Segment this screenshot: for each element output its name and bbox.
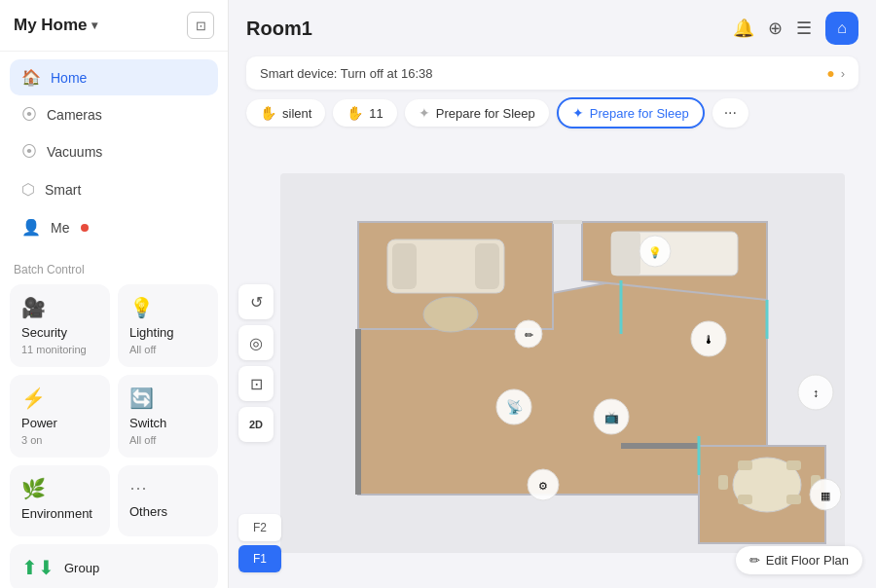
sleep1-icon: ✦: [419, 105, 430, 121]
security-card-name: Security: [21, 325, 98, 340]
batch-card-security[interactable]: 🎥 Security 11 monitoring: [10, 284, 110, 367]
sidebar-header: My Home ▾ ⊡: [0, 0, 228, 52]
smart-device-indicator: ●: [826, 65, 834, 81]
batch-grid: 🎥 Security 11 monitoring 💡 Lighting All …: [0, 280, 228, 544]
svg-text:💡: 💡: [648, 245, 662, 259]
scene-pill-sleep1[interactable]: ✦ Prepare for Sleep: [405, 99, 549, 127]
floor-f1-button[interactable]: F1: [238, 545, 281, 572]
batch-card-group[interactable]: ⬆⬇ Group: [10, 544, 218, 588]
svg-text:📺: 📺: [603, 410, 618, 424]
me-notification-dot: [81, 224, 89, 232]
environment-icon: 🌿: [21, 477, 98, 500]
switch-icon: 🔄: [129, 386, 206, 410]
scene-pill-sleep2[interactable]: ✦ Prepare for Sleep: [557, 97, 705, 129]
menu-button[interactable]: ☰: [796, 18, 812, 39]
edit-icon: ✏: [749, 553, 760, 568]
svg-text:✏: ✏: [524, 329, 533, 341]
smart-icon: ⬡: [21, 180, 35, 199]
page-title: Room1: [246, 18, 312, 40]
sidebar-item-smart-label: Smart: [45, 182, 81, 198]
sidebar-item-me[interactable]: 👤 Me: [10, 209, 218, 245]
sidebar-nav: 🏠 Home ⦿ Cameras ⦿ Vacuums ⬡ Smart 👤 Me: [0, 52, 228, 255]
left-toolbar: ↺ ◎ ⊡ 2D: [238, 284, 274, 442]
batch-card-others[interactable]: ⋯ Others: [118, 465, 218, 536]
svg-rect-21: [786, 495, 801, 504]
floor-buttons: F2 F1: [238, 514, 281, 572]
smart-device-bar[interactable]: Smart device: Turn off at 16:38 ● ›: [246, 56, 858, 90]
svg-point-14: [423, 297, 478, 332]
app-icon-button[interactable]: ⌂: [825, 12, 858, 45]
svg-rect-20: [738, 495, 752, 504]
scene-11-icon: ✋: [347, 105, 363, 121]
sleep2-icon: ✦: [572, 105, 584, 121]
lighting-icon: 💡: [129, 296, 206, 319]
scene-11-label: 11: [369, 106, 383, 121]
batch-card-lighting[interactable]: 💡 Lighting All off: [118, 284, 218, 367]
scene-pill-silent[interactable]: ✋ silent: [246, 99, 325, 127]
me-icon: 👤: [21, 218, 41, 237]
sidebar-item-cameras[interactable]: ⦿ Cameras: [10, 97, 218, 132]
svg-rect-13: [475, 243, 499, 289]
power-card-sub: 3 on: [21, 434, 98, 446]
batch-card-power[interactable]: ⚡ Power 3 on: [10, 375, 110, 458]
smart-device-right: ● ›: [826, 65, 845, 81]
2d-view-button[interactable]: 2D: [238, 407, 274, 442]
lighting-card-name: Lighting: [129, 325, 206, 340]
scene-more-button[interactable]: ···: [712, 98, 748, 128]
batch-card-environment[interactable]: 🌿 Environment: [10, 465, 110, 536]
security-icon: 🎥: [21, 296, 98, 319]
power-card-name: Power: [21, 416, 98, 430]
group-icon: ⬆⬇: [21, 556, 55, 579]
svg-rect-19: [786, 460, 801, 470]
silent-label: silent: [282, 106, 311, 121]
2d-label: 2D: [249, 419, 263, 430]
sidebar-item-smart[interactable]: ⬡ Smart: [10, 171, 218, 207]
svg-text:▦: ▦: [821, 490, 830, 501]
collapse-icon: ⊡: [196, 18, 206, 33]
home-title-text: My Home: [14, 16, 88, 35]
cameras-icon: ⦿: [21, 106, 37, 124]
refresh-icon: ↺: [250, 293, 263, 312]
silent-icon: ✋: [260, 105, 276, 121]
header-icons: 🔔 ⊕ ☰ ⌂: [733, 12, 858, 45]
sidebar: My Home ▾ ⊡ 🏠 Home ⦿ Cameras ⦿ Vacuums ⬡…: [0, 0, 229, 588]
svg-rect-16: [611, 232, 640, 276]
edit-floor-label: Edit Floor Plan: [766, 553, 849, 568]
smart-device-text: Smart device: Turn off at 16:38: [260, 66, 433, 81]
layout-icon: ⊡: [250, 375, 263, 393]
layout-button[interactable]: ⊡: [238, 366, 274, 401]
edit-floor-plan-button[interactable]: ✏ Edit Floor Plan: [736, 546, 862, 574]
sidebar-collapse-button[interactable]: ⊡: [187, 12, 214, 39]
batch-control-label: Batch Control: [0, 255, 228, 280]
home-icon: 🏠: [21, 68, 41, 87]
main-content: Room1 🔔 ⊕ ☰ ⌂ Smart device: Turn off at …: [229, 0, 876, 588]
sleep1-label: Prepare for Sleep: [436, 106, 535, 121]
scene-bar: ✋ silent ✋ 11 ✦ Prepare for Sleep ✦ Prep…: [229, 97, 876, 138]
svg-text:🌡: 🌡: [703, 333, 714, 347]
notifications-button[interactable]: 🔔: [733, 18, 754, 39]
refresh-button[interactable]: ↺: [238, 284, 274, 319]
power-icon: ⚡: [21, 386, 98, 410]
add-button[interactable]: ⊕: [768, 18, 783, 39]
svg-text:📡: 📡: [505, 399, 523, 416]
floorplan-area: 📡 🌡 ↕ 📺 ⚙ ▦ 💡: [229, 138, 876, 588]
sidebar-item-vacuums-label: Vacuums: [47, 144, 102, 160]
focus-button[interactable]: ◎: [238, 325, 274, 360]
scene-pill-11[interactable]: ✋ 11: [333, 99, 396, 127]
main-header: Room1 🔔 ⊕ ☰ ⌂: [229, 0, 876, 56]
scene-more-icon: ···: [724, 104, 737, 121]
svg-text:⚙: ⚙: [538, 480, 548, 492]
smart-device-arrow: ›: [841, 66, 845, 81]
focus-icon: ◎: [249, 334, 263, 352]
environment-card-name: Environment: [21, 506, 98, 521]
sidebar-item-vacuums[interactable]: ⦿ Vacuums: [10, 134, 218, 169]
security-card-sub: 11 monitoring: [21, 344, 98, 355]
sidebar-item-home[interactable]: 🏠 Home: [10, 59, 218, 95]
group-card-name: Group: [64, 561, 99, 575]
floor-f1-label: F1: [253, 552, 267, 566]
sidebar-title[interactable]: My Home ▾: [14, 16, 97, 35]
switch-card-sub: All off: [129, 434, 206, 446]
batch-card-switch[interactable]: 🔄 Switch All off: [118, 375, 218, 458]
floor-f2-button[interactable]: F2: [238, 514, 281, 541]
svg-text:↕: ↕: [813, 386, 819, 400]
